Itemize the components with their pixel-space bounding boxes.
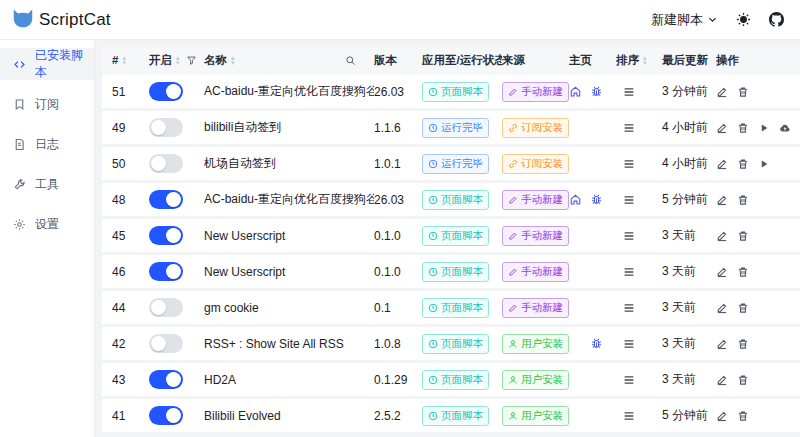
home-icon[interactable] xyxy=(569,193,582,206)
file-icon xyxy=(13,138,26,151)
filter-icon[interactable] xyxy=(186,55,197,66)
script-name[interactable]: AC-baidu-重定向优化百度搜狗谷歌... xyxy=(204,83,374,100)
drag-handle-icon[interactable] xyxy=(622,337,636,351)
sort-carets-icon[interactable]: ▴▾ xyxy=(122,55,126,65)
edit-icon[interactable] xyxy=(716,122,728,134)
theme-toggle-button[interactable] xyxy=(736,12,751,27)
status-badge[interactable]: 页面脚本 xyxy=(422,334,489,354)
status-badge[interactable]: 页面脚本 xyxy=(422,190,489,210)
edit-icon[interactable] xyxy=(716,86,728,98)
home-icon[interactable] xyxy=(569,85,582,98)
sidebar-item-settings[interactable]: 设置 xyxy=(0,208,94,240)
enable-toggle[interactable] xyxy=(149,370,183,389)
edit-icon[interactable] xyxy=(716,302,728,314)
status-badge[interactable]: 页面脚本 xyxy=(422,370,489,390)
script-name[interactable]: 机场自动签到 xyxy=(204,155,374,172)
drag-handle-icon[interactable] xyxy=(622,229,636,243)
drag-handle-icon[interactable] xyxy=(622,121,636,135)
delete-icon[interactable] xyxy=(737,374,749,386)
script-name[interactable]: gm cookie xyxy=(204,301,374,315)
drag-handle-icon[interactable] xyxy=(622,85,636,99)
delete-icon[interactable] xyxy=(737,86,749,98)
search-icon[interactable] xyxy=(345,55,356,66)
source-badge[interactable]: 手动新建 xyxy=(502,82,569,102)
enable-toggle[interactable] xyxy=(149,406,183,425)
enable-toggle[interactable] xyxy=(149,298,183,317)
drag-handle-icon[interactable] xyxy=(622,373,636,387)
source-badge[interactable]: 用户安装 xyxy=(502,370,569,390)
delete-icon[interactable] xyxy=(737,122,749,134)
status-badge[interactable]: 页面脚本 xyxy=(422,262,489,282)
status-badge[interactable]: 运行完毕 xyxy=(422,154,489,174)
bug-icon[interactable] xyxy=(590,193,603,206)
drag-handle-icon[interactable] xyxy=(622,265,636,279)
source-badge[interactable]: 用户安装 xyxy=(502,406,569,426)
sidebar-item-tools[interactable]: 工具 xyxy=(0,168,94,200)
edit-icon[interactable] xyxy=(716,410,728,422)
drag-handle-icon[interactable] xyxy=(622,409,636,423)
script-name[interactable]: HD2A xyxy=(204,373,374,387)
bug-icon[interactable] xyxy=(590,337,603,350)
sort-carets-icon[interactable]: ▴▾ xyxy=(643,55,647,65)
script-name[interactable]: New Userscript xyxy=(204,265,374,279)
app-logo[interactable]: ScriptCat xyxy=(10,7,111,33)
drag-handle-icon[interactable] xyxy=(622,157,636,171)
source-badge[interactable]: 手动新建 xyxy=(502,262,569,282)
status-badge[interactable]: 运行完毕 xyxy=(422,118,489,138)
header-enabled[interactable]: 开启 ▴▾ xyxy=(149,53,204,68)
sort-carets-icon[interactable]: ▴▾ xyxy=(176,55,180,65)
status-badge[interactable]: 页面脚本 xyxy=(422,406,489,426)
source-badge[interactable]: 手动新建 xyxy=(502,298,569,318)
new-script-button[interactable]: 新建脚本 xyxy=(651,11,718,29)
play-icon[interactable] xyxy=(758,158,770,170)
status-badge[interactable]: 页面脚本 xyxy=(422,82,489,102)
script-name[interactable]: RSS+ : Show Site All RSS xyxy=(204,337,374,351)
delete-icon[interactable] xyxy=(737,230,749,242)
enable-toggle[interactable] xyxy=(149,154,183,173)
cloud-icon[interactable] xyxy=(779,122,791,134)
sidebar-item-installed-scripts[interactable]: 已安装脚本 xyxy=(0,48,94,80)
delete-icon[interactable] xyxy=(737,302,749,314)
source-badge[interactable]: 用户安装 xyxy=(502,334,569,354)
bug-icon[interactable] xyxy=(590,85,603,98)
drag-handle-icon[interactable] xyxy=(622,301,636,315)
header-index[interactable]: # ▴▾ xyxy=(102,54,149,66)
header-order[interactable]: 排序 ▴▾ xyxy=(616,53,662,68)
source-badge[interactable]: 订阅安装 xyxy=(502,154,569,174)
script-name[interactable]: Bilibili Evolved xyxy=(204,409,374,423)
edit-icon[interactable] xyxy=(716,338,728,350)
status-badge[interactable]: 页面脚本 xyxy=(422,226,489,246)
edit-icon[interactable] xyxy=(716,266,728,278)
source-badge[interactable]: 手动新建 xyxy=(502,226,569,246)
script-name[interactable]: AC-baidu-重定向优化百度搜狗谷歌... xyxy=(204,191,374,208)
script-name[interactable]: bilibili自动签到 xyxy=(204,119,374,136)
source-badge[interactable]: 手动新建 xyxy=(502,190,569,210)
enable-toggle[interactable] xyxy=(149,226,183,245)
edit-icon[interactable] xyxy=(716,230,728,242)
source-badge[interactable]: 订阅安装 xyxy=(502,118,569,138)
header-name[interactable]: 名称 ▴▾ xyxy=(204,53,374,68)
play-icon[interactable] xyxy=(758,122,770,134)
enable-toggle[interactable] xyxy=(149,82,183,101)
script-name[interactable]: New Userscript xyxy=(204,229,374,243)
github-link-button[interactable] xyxy=(769,12,784,27)
enable-toggle[interactable] xyxy=(149,334,183,353)
sort-carets-icon[interactable]: ▴▾ xyxy=(231,55,235,65)
enable-toggle[interactable] xyxy=(149,262,183,281)
delete-icon[interactable] xyxy=(737,266,749,278)
enable-toggle[interactable] xyxy=(149,190,183,209)
delete-icon[interactable] xyxy=(737,158,749,170)
script-version: 1.0.8 xyxy=(374,337,422,351)
sidebar-item-logs[interactable]: 日志 xyxy=(0,128,94,160)
edit-icon[interactable] xyxy=(716,194,728,206)
delete-icon[interactable] xyxy=(737,410,749,422)
edit-icon[interactable] xyxy=(716,374,728,386)
sidebar-item-subscriptions[interactable]: 订阅 xyxy=(0,88,94,120)
enable-toggle[interactable] xyxy=(149,118,183,137)
status-badge[interactable]: 页面脚本 xyxy=(422,298,489,318)
delete-icon[interactable] xyxy=(737,338,749,350)
edit-icon[interactable] xyxy=(716,158,728,170)
clock-icon xyxy=(428,375,438,385)
drag-handle-icon[interactable] xyxy=(622,193,636,207)
delete-icon[interactable] xyxy=(737,194,749,206)
